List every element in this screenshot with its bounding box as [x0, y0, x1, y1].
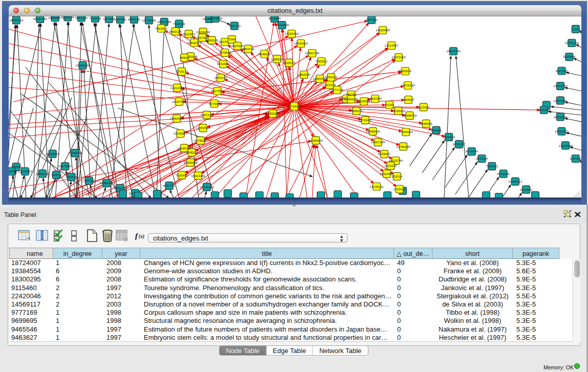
svg-text:16548784: 16548784: [446, 49, 461, 53]
svg-text:1322035: 1322035: [283, 60, 296, 64]
svg-text:7632621: 7632621: [486, 164, 498, 168]
svg-text:19384554: 19384554: [309, 138, 323, 142]
svg-text:18724007: 18724007: [287, 104, 301, 108]
svg-text:10688609: 10688609: [366, 129, 380, 133]
svg-text:8186328: 8186328: [206, 38, 219, 41]
svg-text:24055724: 24055724: [9, 18, 24, 21]
svg-text:19654988: 19654988: [170, 116, 184, 120]
svg-text:16961758: 16961758: [305, 51, 319, 55]
svg-text:9245652: 9245652: [520, 187, 533, 191]
svg-text:16543362: 16543362: [187, 40, 202, 44]
svg-text:16154808: 16154808: [376, 28, 390, 32]
svg-text:12975125: 12975125: [401, 83, 415, 87]
svg-text:7386372: 7386372: [350, 109, 363, 113]
svg-text:2803144: 2803144: [214, 76, 227, 79]
svg-text:9427552: 9427552: [211, 89, 224, 93]
svg-text:7515526: 7515526: [173, 21, 186, 25]
svg-text:17359924: 17359924: [68, 151, 82, 155]
svg-text:19218506: 19218506: [275, 23, 289, 27]
svg-text:13325419: 13325419: [285, 32, 299, 35]
svg-text:16210643: 16210643: [553, 115, 568, 118]
svg-text:16053809: 16053809: [208, 16, 223, 20]
svg-text:12093872: 12093872: [553, 84, 568, 87]
svg-text:62160: 62160: [385, 103, 394, 106]
svg-text:23226058: 23226058: [196, 30, 210, 33]
svg-text:f: f: [135, 232, 139, 240]
svg-text:98901: 98901: [180, 56, 189, 59]
svg-text:17654923: 17654923: [399, 130, 413, 134]
svg-text:12213967: 12213967: [384, 43, 399, 47]
svg-text:9227342: 9227342: [555, 69, 568, 72]
svg-text:10653267: 10653267: [48, 16, 62, 19]
svg-text:8813054: 8813054: [268, 16, 281, 20]
svg-text:1527602: 1527602: [114, 17, 127, 21]
svg-text:1527602: 1527602: [103, 17, 116, 20]
svg-text:817006: 817006: [209, 101, 220, 105]
svg-text:14136141: 14136141: [369, 184, 384, 188]
svg-text:7663822: 7663822: [155, 26, 168, 30]
svg-text:(x): (x): [139, 234, 144, 239]
svg-text:21364436: 21364436: [344, 97, 358, 101]
svg-text:9115460: 9115460: [418, 105, 430, 108]
svg-text:12942737: 12942737: [35, 171, 50, 175]
svg-text:7955812: 7955812: [315, 59, 328, 63]
svg-text:1498222: 1498222: [186, 150, 199, 154]
svg-text:16671385: 16671385: [157, 20, 171, 24]
svg-text:7719105: 7719105: [89, 16, 102, 20]
svg-text:3912954: 3912954: [183, 32, 195, 35]
svg-text:3267130: 3267130: [201, 113, 213, 116]
svg-text:1615132: 1615132: [384, 164, 397, 167]
svg-text:18407249: 18407249: [371, 140, 385, 144]
svg-text:1065324: 1065324: [61, 16, 74, 19]
svg-text:9474444: 9474444: [466, 149, 478, 153]
svg-text:9146821: 9146821: [258, 52, 271, 55]
svg-text:10958127: 10958127: [99, 181, 114, 185]
svg-text:18300295: 18300295: [266, 112, 280, 115]
svg-text:20691406: 20691406: [33, 17, 48, 20]
svg-text:252214: 252214: [391, 174, 402, 178]
svg-text:2933114: 2933114: [476, 157, 488, 160]
svg-text:1112: 1112: [572, 27, 579, 31]
svg-text:17016504: 17016504: [558, 143, 573, 147]
svg-text:28495754: 28495754: [403, 114, 417, 117]
svg-text:9777169: 9777169: [331, 88, 344, 92]
svg-text:2687682: 2687682: [365, 18, 378, 21]
svg-text:7546: 7546: [228, 37, 235, 41]
svg-text:9699695: 9699695: [420, 121, 433, 125]
svg-text:12213363: 12213363: [170, 85, 185, 89]
svg-text:10607487: 10607487: [368, 97, 382, 100]
svg-text:18640910: 18640910: [294, 41, 308, 45]
svg-text:7625402: 7625402: [176, 173, 188, 177]
svg-text:12444151: 12444151: [553, 98, 568, 102]
svg-text:10782759: 10782759: [113, 186, 127, 190]
svg-text:5578334: 5578334: [194, 138, 207, 142]
svg-text:19166827: 19166827: [173, 132, 188, 135]
svg-text:10973403: 10973403: [391, 55, 406, 59]
svg-text:1167531: 1167531: [570, 157, 581, 160]
svg-text:15692971: 15692971: [555, 129, 569, 133]
svg-text:2718170: 2718170: [176, 70, 188, 73]
svg-text:3915464: 3915464: [9, 169, 18, 173]
svg-text:1362635: 1362635: [298, 73, 311, 76]
svg-text:9463627: 9463627: [402, 98, 415, 101]
svg-text:9457791: 9457791: [163, 184, 176, 187]
svg-text:15751074: 15751074: [565, 41, 579, 45]
svg-text:8454749: 8454749: [242, 47, 255, 50]
svg-text:12156819: 12156819: [18, 169, 32, 173]
svg-text:17957223: 17957223: [82, 179, 96, 182]
svg-text:10719185: 10719185: [142, 18, 156, 21]
svg-text:1733426: 1733426: [394, 187, 406, 190]
svg-text:10025433: 10025433: [391, 109, 405, 113]
svg-text:9184067: 9184067: [378, 152, 391, 156]
svg-text:10654112: 10654112: [508, 179, 522, 183]
svg-text:9242845: 9242845: [217, 62, 230, 65]
svg-text:6879197: 6879197: [453, 142, 466, 146]
svg-text:3875645: 3875645: [219, 51, 231, 54]
svg-text:16409948: 16409948: [184, 161, 198, 164]
svg-text:3215958: 3215958: [538, 108, 551, 112]
svg-text:9031254: 9031254: [75, 16, 88, 19]
svg-text:1588520: 1588520: [271, 57, 284, 60]
svg-text:8938923: 8938923: [443, 135, 455, 139]
svg-text:15720407: 15720407: [358, 118, 373, 122]
svg-text:9794024: 9794024: [325, 75, 338, 79]
